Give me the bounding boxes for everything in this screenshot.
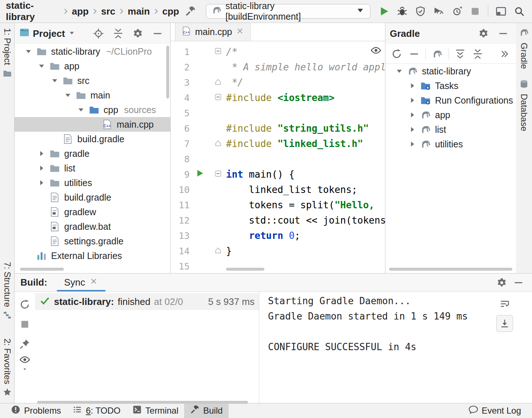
reader-mode-eye-icon[interactable] — [370, 45, 381, 57]
tree-item-utilities[interactable]: utilities — [385, 137, 516, 151]
hide-panel-button[interactable] — [510, 274, 527, 291]
pin-tab-button[interactable] — [16, 336, 33, 352]
tree-item-cpp[interactable]: cppsources — [15, 102, 170, 117]
horizontal-scrollbar[interactable] — [389, 268, 512, 271]
horizontal-scrollbar[interactable] — [37, 401, 248, 404]
hide-panel-button[interactable] — [149, 25, 166, 42]
fold-start-icon[interactable] — [214, 92, 222, 103]
code-editor[interactable]: 1/*2 * A simple hello world appl3 */4#in… — [171, 41, 385, 273]
tree-item-app[interactable]: app — [15, 59, 170, 73]
fold-end-icon[interactable] — [214, 138, 222, 149]
tab-sync[interactable]: Sync — [57, 274, 106, 291]
breadcrumb-item-src[interactable]: src — [100, 6, 117, 17]
execute-gradle-task-button[interactable] — [429, 46, 446, 62]
toolwindow-tab-favorites[interactable]: 2: Favorites — [2, 338, 12, 398]
tree-item-build-gradle[interactable]: build.gradle — [15, 132, 170, 146]
chevron-right-icon[interactable] — [406, 96, 419, 105]
reload-gradle-button[interactable] — [388, 46, 405, 62]
breadcrumb-item-cpp[interactable]: cpp — [161, 6, 180, 17]
tree-item-gradle[interactable]: gradle — [15, 146, 170, 161]
vertical-scrollbar[interactable] — [166, 46, 169, 98]
chevron-right-icon[interactable] — [35, 164, 48, 173]
chevron-right-icon[interactable] — [406, 111, 419, 119]
debug-button[interactable] — [394, 3, 411, 20]
editor-tab-main-cpp[interactable]: C++ main.cpp — [175, 23, 251, 41]
run-with-profiler-button[interactable] — [448, 3, 465, 20]
fold-end-icon[interactable] — [214, 77, 222, 88]
soft-wrap-button[interactable] — [496, 295, 513, 312]
stop-button[interactable] — [467, 3, 484, 20]
collapse-all-button[interactable] — [469, 46, 486, 62]
tree-item-settings-gradle[interactable]: settings.gradle — [15, 234, 170, 248]
tree-item-src[interactable]: src — [15, 73, 170, 88]
chevron-right-icon[interactable] — [35, 178, 48, 187]
tree-item-list[interactable]: list — [385, 122, 516, 137]
search-everywhere-button[interactable] — [511, 3, 528, 20]
tree-item-gradlew[interactable]: gradlew — [15, 205, 170, 219]
tree-item-utilities[interactable]: utilities — [15, 175, 170, 190]
tree-item-build-gradle[interactable]: build.gradle — [15, 190, 170, 205]
chevron-down-icon[interactable] — [393, 67, 406, 76]
code-line-9: 9int main() { — [171, 167, 385, 182]
tree-item-static-library[interactable]: static-library — [385, 64, 516, 78]
settings-gear-button[interactable] — [129, 25, 146, 42]
run-button[interactable] — [376, 3, 392, 20]
settings-gear-button[interactable] — [475, 25, 492, 42]
chevron-down-icon[interactable] — [61, 91, 74, 100]
chevron-down-icon[interactable] — [35, 62, 48, 70]
chevron-down-icon[interactable] — [22, 47, 35, 56]
profiler-button[interactable] — [430, 3, 447, 20]
close-icon[interactable] — [236, 27, 244, 38]
toolbar-separator — [488, 5, 488, 17]
toolwindow-tab-project[interactable]: 1: Project — [2, 28, 12, 80]
toolwindow-layout-button[interactable] — [493, 3, 509, 20]
build-hammer-icon[interactable] — [182, 3, 199, 20]
horizontal-scrollbar[interactable] — [20, 268, 64, 271]
fold-end-icon[interactable] — [214, 245, 222, 256]
toolwindow-tab-gradle[interactable]: Gradle — [519, 27, 529, 69]
coverage-button[interactable] — [412, 3, 429, 20]
chevron-right-icon[interactable] — [35, 149, 48, 158]
detach-config-button[interactable] — [406, 46, 423, 62]
chevron-right-icon[interactable] — [406, 81, 419, 90]
breadcrumb-item-static-library[interactable]: static-library — [4, 0, 61, 23]
hide-panel-button[interactable] — [495, 25, 512, 42]
code-line-8: 8 — [171, 151, 385, 167]
toolwindow-tab-structure[interactable]: 7: Structure — [2, 262, 12, 321]
locate-file-button[interactable] — [90, 25, 107, 42]
tree-item-main-cpp[interactable]: C++main.cpp — [15, 117, 170, 132]
tree-item-list[interactable]: list — [15, 161, 170, 175]
tree-item-gradlew-bat[interactable]: gradlew.bat — [15, 219, 170, 234]
horizontal-scrollbar[interactable] — [226, 268, 264, 271]
rerun-build-button[interactable] — [16, 296, 33, 313]
tree-item-run-configurations[interactable]: Run Configurations — [385, 93, 516, 108]
tree-item-external-libraries[interactable]: External Libraries — [15, 248, 170, 263]
tree-item-main[interactable]: main — [15, 88, 170, 102]
build-status-row[interactable]: static-library: finished at 02/0 5 s 937… — [35, 293, 259, 310]
run-line-icon[interactable] — [195, 169, 204, 180]
run-config-select[interactable]: static-library [buildEnvironment] — [206, 4, 370, 19]
view-options-button[interactable] — [16, 355, 33, 372]
settings-gear-button[interactable] — [493, 274, 510, 291]
breadcrumb-item-main[interactable]: main — [126, 6, 151, 17]
breadcrumb-item-app[interactable]: app — [70, 6, 90, 17]
stop-build-button[interactable] — [16, 316, 33, 333]
file-cpp-icon: C++ — [101, 119, 114, 130]
chevron-right-icon[interactable] — [406, 140, 419, 148]
expand-all-button[interactable] — [452, 46, 469, 62]
chevron-right-icon[interactable] — [406, 125, 419, 134]
chevron-down-icon[interactable] — [68, 28, 76, 39]
collapse-all-button[interactable] — [110, 25, 127, 42]
close-icon[interactable] — [89, 277, 98, 288]
tree-item-app[interactable]: app — [385, 108, 516, 122]
more-actions-button[interactable] — [496, 46, 513, 62]
chevron-down-icon[interactable] — [74, 105, 88, 114]
toolwindow-tab-database[interactable]: Database — [519, 79, 529, 131]
fold-start-icon[interactable] — [214, 169, 222, 180]
tree-item-static-library[interactable]: static-library~/CLionPro — [15, 44, 170, 59]
scroll-to-end-button[interactable] — [496, 315, 513, 332]
tree-item-tasks[interactable]: Tasks — [385, 78, 516, 93]
fold-start-icon[interactable] — [214, 46, 222, 57]
chevron-down-icon[interactable] — [48, 76, 61, 85]
build-console[interactable]: Starting Gradle Daemon...Gradle Daemon s… — [259, 292, 532, 407]
